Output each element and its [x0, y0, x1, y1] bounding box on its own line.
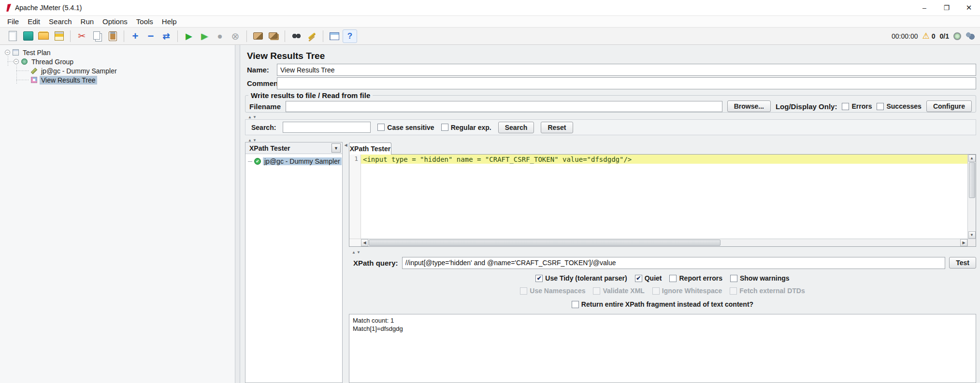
thread-group-icon	[21, 58, 28, 65]
shutdown-icon[interactable]	[228, 29, 243, 43]
menu-run[interactable]: Run	[76, 16, 99, 27]
new-file-icon[interactable]	[5, 29, 20, 43]
scrollbar-thumb[interactable]	[369, 240, 721, 246]
test-button[interactable]: Test	[949, 257, 976, 269]
search-icon[interactable]	[289, 29, 303, 43]
menu-edit[interactable]: Edit	[23, 16, 44, 27]
use-namespaces-checkbox: Use Namespaces	[520, 287, 585, 295]
code-area[interactable]: <input type = "hidden" name = "CRAFT_CSR…	[361, 155, 967, 239]
start-no-pauses-icon[interactable]	[197, 29, 212, 43]
collapse-up-icon[interactable]	[248, 112, 252, 120]
show-warnings-checkbox[interactable]: Show warnings	[730, 274, 790, 282]
configure-button[interactable]: Configure	[926, 100, 972, 112]
fetch-external-dtds-checkbox: Fetch external DTDs	[730, 287, 805, 295]
sample-list-item[interactable]: jp@gc - Dummy Sampler	[245, 157, 342, 166]
success-check-icon	[254, 158, 261, 165]
search-input[interactable]	[283, 122, 371, 133]
close-button[interactable]: ✕	[958, 0, 980, 15]
search-label: Search:	[251, 124, 276, 131]
vertical-scrollbar[interactable]: ▲ ▼	[967, 155, 976, 239]
scrollbar-thumb[interactable]	[969, 162, 975, 198]
open-file-icon[interactable]	[36, 29, 51, 43]
results-tree-icon	[31, 77, 37, 83]
toolbar: 00:00:00 0 0/1	[0, 28, 980, 45]
xpath-query-label: XPath query:	[349, 259, 398, 267]
save-icon[interactable]	[52, 29, 66, 43]
help-icon[interactable]	[343, 29, 357, 43]
tree-node-thread-group[interactable]: Thread Group	[0, 57, 235, 66]
toolbar-separator	[70, 30, 71, 42]
menu-options[interactable]: Options	[98, 16, 132, 27]
stop-icon[interactable]	[213, 29, 227, 43]
group-title: Write results to file / Read from file	[248, 91, 373, 99]
case-sensitive-checkbox[interactable]: Case sensitive	[377, 124, 434, 131]
ignore-whitespace-checkbox: Ignore Whitespace	[652, 287, 722, 295]
tree-node-test-plan[interactable]: Test Plan	[0, 48, 235, 57]
xml-editor[interactable]: 1 <input type = "hidden" name = "CRAFT_C…	[349, 155, 976, 247]
expand-all-icon[interactable]	[128, 29, 143, 43]
menu-search[interactable]: Search	[44, 16, 76, 27]
report-errors-checkbox[interactable]: Report errors	[669, 274, 722, 282]
menu-help[interactable]: Help	[158, 16, 181, 27]
quiet-checkbox[interactable]: ✔ Quiet	[635, 274, 662, 282]
menu-file[interactable]: File	[3, 16, 23, 27]
window-controls: – ❐ ✕	[913, 0, 980, 15]
search-reset-icon[interactable]	[304, 29, 319, 43]
name-input[interactable]	[277, 64, 976, 76]
log-errors-indicator[interactable]: 0	[922, 31, 935, 41]
return-fragment-checkbox[interactable]: Return entire XPath fragment instead of …	[572, 300, 753, 308]
menu-tools[interactable]: Tools	[132, 16, 158, 27]
comments-row: Comments:	[245, 77, 976, 90]
search-button[interactable]: Search	[498, 122, 534, 133]
toggle-icon[interactable]	[159, 29, 173, 43]
jmeter-logo-icon	[5, 4, 11, 12]
search-bar: Search: Case sensitive Regular exp. Sear…	[245, 119, 976, 135]
splitter[interactable]	[349, 249, 976, 254]
tree-node-dummy-sampler[interactable]: jp@gc - Dummy Sampler	[0, 66, 235, 75]
minimize-button[interactable]: –	[913, 0, 936, 15]
main-splitter[interactable]	[235, 45, 240, 383]
xpath-query-input[interactable]	[402, 257, 946, 269]
function-helper-icon[interactable]	[327, 29, 342, 43]
use-tidy-checkbox[interactable]: ✔ Use Tidy (tolerant parser)	[535, 274, 627, 282]
collapse-down-icon[interactable]	[253, 112, 257, 120]
tab-xpath-tester[interactable]: XPath Tester	[349, 142, 391, 155]
paste-icon[interactable]	[105, 29, 120, 43]
start-icon[interactable]	[182, 29, 196, 43]
scroll-down-icon[interactable]: ▼	[968, 231, 976, 239]
collapse-down-icon[interactable]	[357, 247, 360, 255]
collapse-handle-icon[interactable]	[14, 59, 19, 64]
clear-all-icon[interactable]	[266, 29, 281, 43]
collapse-all-icon[interactable]	[144, 29, 158, 43]
filename-input[interactable]	[286, 101, 722, 112]
view-results-tree-panel: View Results Tree Name: Comments: Write …	[240, 45, 980, 383]
scroll-up-icon[interactable]: ▲	[968, 155, 976, 162]
dropdown-arrow-icon[interactable]	[331, 143, 341, 153]
scroll-left-icon[interactable]: ◀	[361, 239, 368, 246]
jmeter-window: Apache JMeter (5.4.1) – ❐ ✕ File Edit Se…	[0, 0, 980, 383]
successes-checkbox[interactable]: Successes	[877, 102, 921, 110]
collapse-handle-icon[interactable]	[5, 50, 10, 55]
maximize-button[interactable]: ❐	[936, 0, 958, 15]
comments-input[interactable]	[277, 77, 976, 89]
tree-node-view-results-tree[interactable]: View Results Tree	[0, 75, 235, 85]
templates-icon[interactable]	[21, 29, 35, 43]
splitter[interactable]	[245, 137, 976, 141]
toolbar-separator	[124, 30, 124, 42]
xpath-query-row: XPath query: Test	[349, 256, 976, 270]
users-icon[interactable]	[966, 32, 975, 40]
cut-icon[interactable]	[74, 29, 89, 43]
sample-list: jp@gc - Dummy Sampler	[245, 154, 342, 383]
splitter[interactable]	[245, 113, 976, 118]
horizontal-scrollbar[interactable]: ◀ ▶	[361, 239, 967, 246]
inner-splitter[interactable]	[343, 142, 349, 383]
scroll-right-icon[interactable]: ▶	[960, 239, 967, 246]
clear-icon[interactable]	[251, 29, 265, 43]
browse-button[interactable]: Browse...	[727, 100, 771, 112]
errors-checkbox[interactable]: Errors	[842, 102, 872, 110]
reset-button[interactable]: Reset	[541, 122, 573, 133]
copy-icon[interactable]	[90, 29, 104, 43]
collapse-up-icon[interactable]	[352, 247, 356, 255]
regular-exp-checkbox[interactable]: Regular exp.	[441, 124, 491, 131]
renderer-selector[interactable]: XPath Tester	[245, 142, 342, 154]
